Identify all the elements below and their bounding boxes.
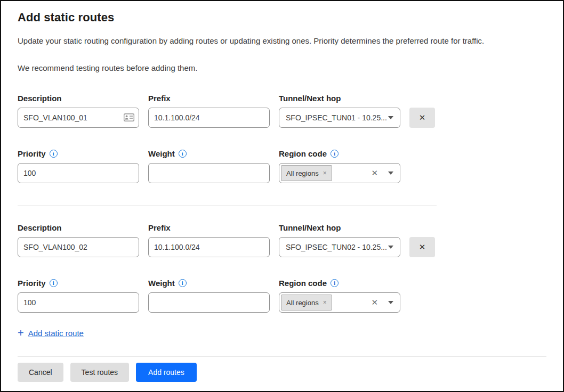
chip-remove-icon[interactable]: × bbox=[323, 169, 327, 177]
route-1-prefix-field: Prefix bbox=[148, 93, 270, 128]
plus-icon: + bbox=[18, 328, 24, 338]
route-2-description-field: Description bbox=[18, 222, 139, 257]
region-multiselect[interactable]: All regions × ✕ bbox=[279, 292, 400, 313]
weight-input[interactable] bbox=[148, 292, 270, 313]
route-1-description-field: Description bbox=[18, 93, 139, 128]
remove-route-button[interactable]: ✕ bbox=[409, 108, 435, 128]
remove-route-button[interactable]: ✕ bbox=[409, 237, 435, 257]
info-icon[interactable]: i bbox=[331, 279, 339, 287]
info-icon[interactable]: i bbox=[179, 279, 187, 287]
route-2-region-field: Region code i All regions × ✕ bbox=[279, 277, 400, 313]
contact-card-icon bbox=[124, 113, 134, 121]
weight-label: Weight bbox=[148, 279, 175, 288]
priority-label: Priority bbox=[18, 279, 46, 288]
route-2-tunnel-field: Tunnel/Next hop SFO_IPSEC_TUN02 - 10.25.… bbox=[279, 222, 400, 257]
region-chip: All regions × bbox=[281, 165, 332, 181]
region-code-label: Region code bbox=[279, 279, 327, 288]
tunnel-label: Tunnel/Next hop bbox=[279, 93, 400, 103]
description-label: Description bbox=[18, 222, 139, 233]
priority-input[interactable] bbox=[18, 163, 139, 183]
intro-text-1: Update your static routing configuration… bbox=[18, 35, 546, 46]
route-1-main-row: Description Prefix Tunnel/Next ho bbox=[18, 93, 546, 128]
region-chip: All regions × bbox=[281, 295, 332, 311]
add-static-routes-panel: Add static routes Update your static rou… bbox=[1, 1, 563, 382]
chevron-down-icon bbox=[388, 172, 393, 175]
add-routes-button[interactable]: Add routes bbox=[136, 363, 197, 382]
description-input[interactable] bbox=[18, 108, 139, 128]
tunnel-label: Tunnel/Next hop bbox=[279, 222, 400, 233]
chip-remove-icon[interactable]: × bbox=[323, 299, 327, 306]
route-1-options-row: Priority i Weight i Region code i All re… bbox=[18, 148, 546, 183]
tunnel-select[interactable]: SFO_IPSEC_TUN01 - 10.25... bbox=[279, 108, 400, 128]
route-1-region-field: Region code i All regions × ✕ bbox=[279, 148, 400, 183]
priority-input[interactable] bbox=[18, 292, 139, 313]
weight-input[interactable] bbox=[148, 163, 270, 183]
route-1-weight-field: Weight i bbox=[148, 148, 270, 183]
weight-label: Weight bbox=[148, 149, 175, 158]
clear-selection-icon[interactable]: ✕ bbox=[371, 168, 378, 178]
region-chip-label: All regions bbox=[286, 299, 319, 307]
chevron-down-icon bbox=[388, 246, 393, 249]
prefix-label: Prefix bbox=[148, 222, 270, 233]
page-title: Add static routes bbox=[18, 11, 546, 24]
chevron-down-icon bbox=[388, 301, 393, 304]
info-icon[interactable]: i bbox=[50, 150, 58, 158]
tunnel-selected-value: SFO_IPSEC_TUN02 - 10.25... bbox=[286, 243, 387, 251]
prefix-input[interactable] bbox=[148, 237, 270, 257]
region-chip-label: All regions bbox=[286, 169, 319, 177]
region-code-label: Region code bbox=[279, 149, 327, 158]
region-multiselect[interactable]: All regions × ✕ bbox=[279, 163, 400, 183]
add-static-route-label: Add static route bbox=[28, 329, 84, 338]
route-2-weight-field: Weight i bbox=[148, 277, 270, 313]
prefix-label: Prefix bbox=[148, 93, 270, 103]
info-icon[interactable]: i bbox=[331, 150, 339, 158]
clear-selection-icon[interactable]: ✕ bbox=[371, 298, 378, 307]
info-icon[interactable]: i bbox=[179, 150, 187, 158]
footer-action-bar: Cancel Test routes Add routes bbox=[18, 356, 546, 382]
add-static-route-link[interactable]: + Add static route bbox=[18, 328, 84, 338]
info-icon[interactable]: i bbox=[50, 279, 58, 287]
description-label: Description bbox=[18, 93, 139, 103]
route-2-priority-field: Priority i bbox=[18, 277, 139, 313]
route-2-options-row: Priority i Weight i Region code i All re… bbox=[18, 277, 546, 313]
route-2-prefix-field: Prefix bbox=[148, 222, 270, 257]
prefix-input[interactable] bbox=[148, 108, 270, 128]
route-1-priority-field: Priority i bbox=[18, 148, 139, 183]
intro-text-2: We recommend testing routes before addin… bbox=[18, 62, 546, 74]
tunnel-select[interactable]: SFO_IPSEC_TUN02 - 10.25... bbox=[279, 237, 400, 257]
chevron-down-icon bbox=[388, 116, 393, 119]
priority-label: Priority bbox=[18, 149, 46, 158]
cancel-button[interactable]: Cancel bbox=[18, 363, 63, 382]
route-divider bbox=[18, 206, 437, 206]
route-1-tunnel-field: Tunnel/Next hop SFO_IPSEC_TUN01 - 10.25.… bbox=[279, 93, 400, 128]
route-2-main-row: Description Prefix Tunnel/Next hop SFO_I… bbox=[18, 222, 546, 257]
tunnel-selected-value: SFO_IPSEC_TUN01 - 10.25... bbox=[286, 113, 387, 122]
test-routes-button[interactable]: Test routes bbox=[70, 363, 129, 382]
description-input[interactable] bbox=[18, 237, 139, 257]
